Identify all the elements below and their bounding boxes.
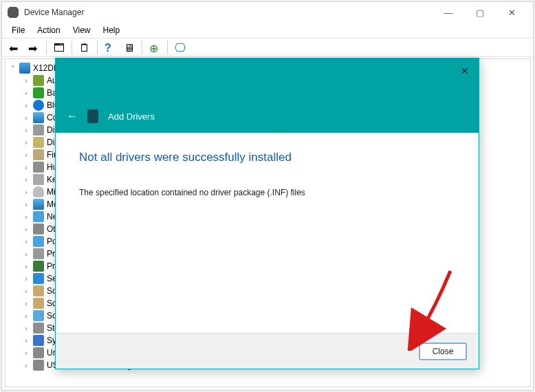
device-category-icon <box>33 248 44 259</box>
toolbar: ⬅ ➡ 🗔 🗒 ? 🖥 ⊕ 🖵 <box>2 38 533 57</box>
toolbar-show-hidden-button[interactable]: 🗔 <box>51 40 67 55</box>
properties-icon: 🗒 <box>79 42 90 53</box>
toolbar-properties-button[interactable]: 🗒 <box>76 40 93 55</box>
expander-icon[interactable]: › <box>22 250 30 258</box>
dialog-close-x[interactable]: ✕ <box>461 65 469 76</box>
expander-icon[interactable]: › <box>22 262 30 270</box>
device-category-icon <box>33 273 44 284</box>
expander-icon[interactable]: › <box>22 287 30 295</box>
computer-icon <box>19 63 30 74</box>
expander-icon[interactable]: › <box>22 336 30 345</box>
device-category-icon <box>33 112 44 123</box>
expander-icon[interactable]: ˅ <box>8 64 17 72</box>
back-arrow-icon: ⬅ <box>9 42 20 53</box>
device-category-icon <box>33 87 44 98</box>
show-hidden-icon: 🗔 <box>54 42 65 53</box>
expander-icon[interactable]: › <box>22 76 30 85</box>
driver-package-icon <box>87 109 98 123</box>
toolbar-separator <box>46 41 47 54</box>
dialog-heading: Not all drivers were successfully instal… <box>79 151 455 164</box>
expander-icon[interactable]: › <box>22 361 30 369</box>
minimize-button[interactable]: — <box>433 2 464 23</box>
scan-hardware-icon: 🖥 <box>124 42 135 53</box>
device-category-icon <box>33 323 44 334</box>
menu-file[interactable]: File <box>6 24 30 36</box>
device-category-icon <box>33 199 44 210</box>
toolbar-add-driver-button[interactable]: ⊕ <box>146 40 163 55</box>
toolbar-devices-button[interactable]: 🖵 <box>172 40 188 55</box>
dialog-message: The specified location contained no driv… <box>79 188 455 197</box>
menubar: File Action View Help <box>2 23 533 38</box>
dialog-close-button[interactable]: Close <box>419 343 466 360</box>
expander-icon[interactable]: › <box>22 188 30 196</box>
device-category-icon <box>33 224 44 235</box>
device-category-icon <box>33 360 44 371</box>
menu-help[interactable]: Help <box>98 24 126 36</box>
help-icon: ? <box>105 42 116 53</box>
expander-icon[interactable]: › <box>22 312 30 320</box>
dialog-wizard-title: Add Drivers <box>108 111 155 122</box>
menu-view[interactable]: View <box>67 24 96 36</box>
toolbar-forward-button[interactable]: ➡ <box>25 40 42 55</box>
expander-icon[interactable]: › <box>22 101 30 109</box>
expander-icon[interactable]: › <box>22 299 30 307</box>
device-category-icon <box>33 310 44 321</box>
dialog-header: ✕ <box>56 58 479 100</box>
device-category-icon <box>33 186 44 197</box>
titlebar: Device Manager — ▢ ✕ <box>2 2 533 23</box>
device-category-icon <box>33 162 44 173</box>
expander-icon[interactable]: › <box>22 349 30 357</box>
device-category-icon <box>33 137 44 148</box>
device-category-icon <box>33 100 44 111</box>
dialog-content: Not all drivers were successfully instal… <box>56 133 479 215</box>
device-category-icon <box>33 285 44 296</box>
dialog-title-row: ← Add Drivers <box>56 100 479 133</box>
device-category-icon <box>33 124 44 135</box>
forward-arrow-icon: ➡ <box>28 42 39 53</box>
toolbar-separator <box>72 41 72 54</box>
device-category-icon <box>33 236 44 247</box>
dialog-footer: Close <box>56 333 479 369</box>
device-category-icon <box>33 335 44 346</box>
device-manager-icon <box>8 7 19 18</box>
device-category-icon <box>33 149 44 160</box>
expander-icon[interactable]: › <box>22 225 30 233</box>
devices-monitor-icon: 🖵 <box>175 42 186 53</box>
device-category-icon <box>33 75 44 86</box>
add-driver-icon: ⊕ <box>149 42 160 53</box>
device-category-icon <box>33 174 44 185</box>
toolbar-separator <box>97 41 98 54</box>
toolbar-help-button[interactable]: ? <box>102 40 118 55</box>
toolbar-separator <box>167 41 168 54</box>
toolbar-scan-button[interactable]: 🖥 <box>121 40 138 55</box>
close-button-label: Close <box>433 347 454 356</box>
expander-icon[interactable]: › <box>22 89 30 97</box>
expander-icon[interactable]: › <box>22 274 30 283</box>
expander-icon[interactable]: › <box>22 151 30 159</box>
expander-icon[interactable]: › <box>22 200 30 208</box>
window-title: Device Manager <box>24 8 427 17</box>
device-category-icon <box>33 347 44 358</box>
toolbar-back-button[interactable]: ⬅ <box>6 40 23 55</box>
expander-icon[interactable]: › <box>22 113 30 122</box>
maximize-button[interactable]: ▢ <box>464 2 496 23</box>
expander-icon[interactable]: › <box>22 324 30 332</box>
expander-icon[interactable]: › <box>22 213 30 221</box>
device-category-icon <box>33 211 44 222</box>
device-category-icon <box>33 261 44 272</box>
dialog-back-button[interactable]: ← <box>67 110 78 122</box>
expander-icon[interactable]: › <box>22 163 30 171</box>
add-drivers-dialog: ✕ ← Add Drivers Not all drivers were suc… <box>55 58 479 369</box>
expander-icon[interactable]: › <box>22 138 30 146</box>
device-category-icon <box>33 298 44 309</box>
expander-icon[interactable]: › <box>22 237 30 246</box>
close-window-button[interactable]: ✕ <box>496 2 527 23</box>
toolbar-separator <box>142 41 142 54</box>
menu-action[interactable]: Action <box>32 24 65 36</box>
expander-icon[interactable]: › <box>22 175 30 184</box>
expander-icon[interactable]: › <box>22 126 30 134</box>
